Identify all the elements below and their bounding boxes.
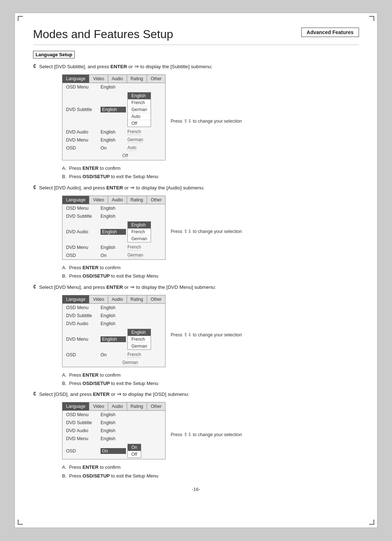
- tab-language-4[interactable]: Language: [62, 402, 89, 410]
- tab-language-3[interactable]: Language: [62, 295, 89, 303]
- up-arrow-icon-1: ⇧: [184, 118, 188, 124]
- block4-instr-a: A. Press ENTER to confirm: [62, 463, 359, 471]
- tab-other-4[interactable]: Other: [147, 402, 165, 410]
- val-osd-4: On: [101, 448, 126, 454]
- divider-top: [33, 45, 359, 45]
- label-osd-4: OSD: [66, 448, 101, 454]
- tab-video-2[interactable]: Video: [89, 196, 108, 204]
- val-osd-menu-3: English: [101, 305, 126, 310]
- tab-video-4[interactable]: Video: [89, 402, 108, 410]
- dropdown-item-english-1[interactable]: English: [128, 93, 151, 99]
- tab-rating-4[interactable]: Rating: [127, 402, 147, 410]
- val-dvd-audio-2: English: [101, 229, 126, 235]
- dropdown-item-english-3[interactable]: English: [128, 329, 151, 336]
- dropdown-item-french-3[interactable]: French: [128, 336, 151, 343]
- label-dvd-menu-1: DVD Menu: [66, 138, 101, 143]
- dropdown-item-on-4[interactable]: On: [128, 444, 141, 451]
- block4-instr-b: B. Press OSD/SETUP to exit the Setup Men…: [62, 472, 359, 480]
- block4-row-osd-menu: OSD Menu English: [62, 411, 165, 419]
- block2-row-osd-menu: OSD Menu English: [62, 204, 165, 212]
- tab-audio-2[interactable]: Audio: [108, 196, 127, 204]
- block1-instr-a: A. Press ENTER to confirm: [62, 164, 359, 172]
- block1-instr-b: B. Press OSD/SETUP to exit the Setup Men…: [62, 172, 359, 181]
- dropdown-item-french-1[interactable]: French: [128, 99, 151, 106]
- val-dvd-menu-4: English: [101, 436, 126, 441]
- label-dvd-audio-2: DVD Audio: [66, 229, 101, 234]
- dropdown-dvdmenu-3: English French German: [127, 329, 151, 350]
- tab-language-1[interactable]: Language: [62, 75, 89, 83]
- val-osd-extra-2: German: [127, 253, 143, 258]
- dropdown-item-german-1[interactable]: German: [128, 106, 151, 113]
- label-osd-menu-3: OSD Menu: [66, 305, 101, 310]
- block1-intro: ¢ Select [DVD Subtitle], and press ENTER…: [33, 62, 359, 71]
- dropdown-item-english-2[interactable]: English: [128, 222, 151, 229]
- tab-other-2[interactable]: Other: [147, 196, 165, 204]
- down-arrow-icon-3: ⇩: [188, 332, 192, 337]
- up-arrow-icon-4: ⇧: [184, 432, 188, 437]
- val-osd-3: On: [101, 352, 126, 357]
- val-dvd-audio-extra-1: French: [127, 129, 141, 135]
- block1-row-osd: OSD On Auto: [62, 144, 165, 152]
- page: Modes and Features Setup Advanced Featur…: [15, 13, 377, 528]
- dropdown-item-off-4[interactable]: Off: [128, 451, 141, 458]
- up-arrow-icon-3: ⇧: [184, 332, 188, 337]
- tab-language-2[interactable]: Language: [62, 196, 89, 204]
- bullet1: ¢: [33, 63, 36, 69]
- label-osd-menu-1: OSD Menu: [66, 85, 101, 90]
- block1-menu-wrapper: Language Video Audio Rating Other OSD Me…: [62, 74, 359, 160]
- block4-menu-wrapper: Language Video Audio Rating Other OSD Me…: [62, 402, 359, 459]
- label-dvd-subtitle-3: DVD Subtitle: [66, 313, 101, 318]
- corner-bl: [18, 520, 23, 525]
- tab-audio-4[interactable]: Audio: [108, 402, 127, 410]
- block1-menu-box: Language Video Audio Rating Other OSD Me…: [62, 74, 166, 160]
- tab-other-1[interactable]: Other: [147, 75, 165, 83]
- val-osd-2: On: [101, 253, 126, 258]
- tab-video-1[interactable]: Video: [89, 75, 108, 83]
- val-dvd-subtitle-3: English: [101, 313, 126, 318]
- dropdown-item-french-2[interactable]: French: [128, 229, 151, 235]
- val-off-1: Off: [122, 153, 128, 159]
- block1-row-dvd-audio: DVD Audio English French: [62, 128, 165, 136]
- val-dvd-menu-1: English: [101, 138, 126, 143]
- block3-tab-row: Language Video Audio Rating Other: [62, 295, 165, 304]
- block2-menu-box: Language Video Audio Rating Other OSD Me…: [62, 196, 166, 260]
- block4-intro: ¢ Select [OSD], and press ENTER or ⇒ to …: [33, 390, 359, 398]
- corner-br: [369, 520, 374, 525]
- dropdown-item-german-2[interactable]: German: [128, 235, 151, 242]
- block2-row-osd: OSD On German: [62, 251, 165, 259]
- label-dvd-menu-3: DVD Menu: [66, 337, 101, 342]
- tab-audio-1[interactable]: Audio: [108, 75, 127, 83]
- tab-rating-2[interactable]: Rating: [127, 196, 147, 204]
- label-osd-1: OSD: [66, 146, 101, 151]
- dropdown-item-german-3[interactable]: German: [128, 343, 151, 349]
- block4-row-dvd-menu: DVD Menu English: [62, 435, 165, 443]
- label-osd-3: OSD: [66, 352, 101, 357]
- dropdown-subtitle-1: English French German Auto Off: [127, 92, 151, 127]
- dropdown-item-off-1[interactable]: Off: [128, 120, 151, 127]
- label-osd-2: OSD: [66, 253, 101, 258]
- label-dvd-audio-1: DVD Audio: [66, 130, 101, 135]
- val-german-3: German: [122, 360, 138, 366]
- block1-tab-row: Language Video Audio Rating Other: [62, 75, 165, 83]
- tab-audio-3[interactable]: Audio: [108, 295, 127, 303]
- block2-press-text: Press ⇧⇩ to change your selection: [171, 221, 242, 234]
- tab-rating-3[interactable]: Rating: [127, 295, 147, 303]
- down-arrow-icon-2: ⇩: [188, 229, 192, 234]
- label-dvd-subtitle-4: DVD Subtitle: [66, 420, 101, 425]
- label-osd-menu-2: OSD Menu: [66, 206, 101, 211]
- block1-row-off: Off: [62, 152, 165, 160]
- block1-row-dvd-subtitle: DVD Subtitle English English French Germ…: [62, 91, 165, 128]
- tab-other-3[interactable]: Other: [147, 295, 165, 303]
- block3-instructions: A. Press ENTER to confirm B. Press OSD/S…: [62, 371, 359, 388]
- dropdown-item-auto-1[interactable]: Auto: [128, 113, 151, 120]
- bullet2: ¢: [33, 184, 36, 190]
- tab-rating-1[interactable]: Rating: [127, 75, 147, 83]
- block4-instructions: A. Press ENTER to confirm B. Press OSD/S…: [62, 463, 359, 480]
- val-osd-extra1-1: Auto: [127, 145, 136, 151]
- dropdown-osd-4: On Off: [127, 444, 141, 458]
- up-arrow-icon-2: ⇧: [184, 229, 188, 234]
- section-label: Language Setup: [33, 51, 75, 58]
- val-osd-1: On: [101, 146, 126, 151]
- tab-video-3[interactable]: Video: [89, 295, 108, 303]
- val-osd-extra1-3: French: [127, 352, 141, 358]
